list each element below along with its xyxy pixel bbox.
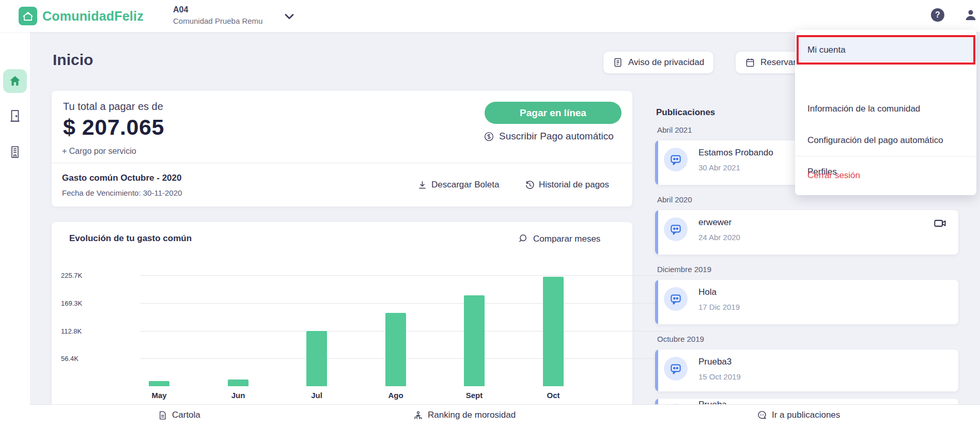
download-receipt-link[interactable]: Descargar Boleta [417, 180, 499, 190]
chart-ytick-label: 56.4K [61, 355, 93, 362]
total-label: Tu total a pagar es de [63, 101, 163, 113]
publication-date: 15 Oct 2019 [698, 372, 741, 381]
publication-title: Prueba3 [698, 357, 732, 367]
app-root: ComunidadFeliz A04 Comunidad Prueba Remu… [0, 0, 980, 427]
publication-date: 17 Dic 2019 [698, 303, 740, 311]
chart-bar-May [149, 381, 169, 386]
left-sidebar [0, 32, 30, 427]
menu-item-logout[interactable]: Cerrar sesión [807, 170, 860, 181]
brand-logo-icon [19, 7, 37, 25]
chart-bar-Jun [228, 379, 248, 386]
brand-name: ComunidadFeliz [42, 9, 144, 24]
publication-card[interactable]: Prueba3 15 Oct 2019 [655, 350, 958, 391]
top-header: ComunidadFeliz A04 Comunidad Prueba Remu… [0, 0, 980, 32]
card-accent-bar [655, 350, 658, 391]
ranking-label: Ranking de morosidad [428, 410, 516, 420]
privacy-notice-button[interactable]: Aviso de privacidad [603, 52, 713, 73]
publication-card[interactable]: erwewer 24 Abr 2020 [655, 210, 958, 255]
chart-gridline [141, 303, 674, 304]
annotation-highlight-box [797, 35, 975, 65]
chart-bar-Oct [543, 277, 564, 386]
chat-bubble-icon [664, 217, 688, 241]
calendar-icon [745, 57, 755, 68]
chart-xtick-label: Jun [217, 391, 259, 400]
payment-card-divider [52, 163, 632, 163]
chart-gridline [141, 331, 674, 331]
privacy-notice-label: Aviso de privacidad [628, 57, 704, 68]
subscribe-autopay-link[interactable]: Suscribir Pago automático [484, 131, 614, 142]
bill-due-date: Fecha de Vencimiento: 30-11-2020 [62, 188, 182, 197]
footer-bar: Cartola Ranking de morosidad Ir a public… [30, 404, 980, 427]
speech-bubble-icon [757, 410, 767, 420]
video-camera-icon [933, 216, 947, 230]
home-icon [8, 74, 22, 88]
chart-xtick-label: Ago [375, 391, 416, 400]
menu-item-community-info[interactable]: Información de la comunidad [807, 104, 964, 114]
total-amount: $ 207.065 [63, 115, 164, 140]
chat-bubble-icon [664, 287, 688, 311]
pay-online-button[interactable]: Pagar en línea [485, 102, 621, 124]
chart-gridline [141, 275, 674, 276]
chart-xtick-label: Sept [454, 391, 495, 400]
cartola-link[interactable]: Cartola [158, 410, 200, 420]
payment-history-link[interactable]: Historial de pagos [525, 180, 609, 190]
sidebar-item-door[interactable] [3, 107, 27, 125]
user-icon[interactable] [963, 7, 978, 23]
chart-ytick-label: 112.8K [61, 327, 93, 335]
community-code[interactable]: A04 [173, 5, 188, 14]
chat-bubble-icon [664, 357, 688, 381]
cartola-label: Cartola [172, 410, 200, 420]
publication-date: 30 Abr 2021 [698, 163, 740, 172]
publication-card[interactable]: Hola 17 Dic 2019 [655, 280, 958, 324]
publications-title: Publicaciones [656, 107, 715, 118]
chat-bubble-icon [664, 148, 688, 171]
download-receipt-label: Descargar Boleta [431, 180, 499, 190]
publication-title: erwewer [698, 217, 732, 228]
help-icon[interactable]: ? [931, 8, 944, 22]
publication-month: Abril 2020 [657, 195, 692, 204]
publication-title: Estamos Probando [698, 148, 773, 158]
subscribe-autopay-label: Suscribir Pago automático [499, 131, 614, 142]
history-clock-icon [525, 180, 535, 190]
bill-title: Gasto común Octubre - 2020 [62, 173, 181, 183]
download-icon [417, 180, 427, 190]
chart-xtick-label: May [138, 391, 180, 400]
chart-gridline [141, 358, 674, 359]
publication-title: Hola [698, 287, 717, 297]
menu-item-autopay-config[interactable]: Configuración del pago automático [807, 135, 964, 146]
chart-ytick-label: 169.3K [61, 299, 93, 307]
service-charge-note: + Cargo por servicio [62, 147, 136, 156]
statement-document-icon [158, 410, 167, 420]
card-accent-bar [655, 210, 658, 255]
publication-date: 24 Abr 2020 [698, 233, 740, 242]
go-publications-link[interactable]: Ir a publicaciones [757, 410, 840, 420]
bar-chart: 225.7K169.3K112.8K56.4KMayJunJulAgoSeptO… [52, 222, 632, 408]
ranking-link[interactable]: Ranking de morosidad [413, 410, 516, 420]
card-accent-bar [655, 280, 658, 324]
door-icon [8, 109, 22, 123]
publication-month: Abril 2021 [657, 125, 692, 134]
sidebar-item-home[interactable] [3, 69, 27, 93]
card-accent-bar [655, 140, 658, 185]
dollar-circle-icon [484, 131, 494, 142]
publication-month: Diciembre 2019 [657, 265, 711, 274]
publication-month: Octubre 2019 [657, 335, 704, 343]
community-name[interactable]: Comunidad Prueba Remu [173, 17, 262, 25]
go-publications-label: Ir a publicaciones [772, 410, 840, 420]
chart-xtick-label: Oct [533, 391, 574, 400]
payment-history-label: Historial de pagos [539, 180, 609, 190]
document-icon [613, 57, 623, 68]
chart-xtick-label: Jul [296, 391, 337, 400]
chart-bar-Jul [306, 331, 327, 386]
chart-bar-Sept [464, 295, 485, 386]
sidebar-item-building[interactable] [3, 144, 27, 161]
chart-ytick-label: 225.7K [61, 272, 93, 279]
building-icon [9, 145, 21, 160]
chart-bar-Ago [385, 313, 406, 386]
chevron-down-icon[interactable] [282, 9, 297, 24]
page-title: Inicio [53, 51, 93, 69]
menu-divider [795, 156, 976, 156]
ranking-podium-icon [413, 410, 423, 420]
